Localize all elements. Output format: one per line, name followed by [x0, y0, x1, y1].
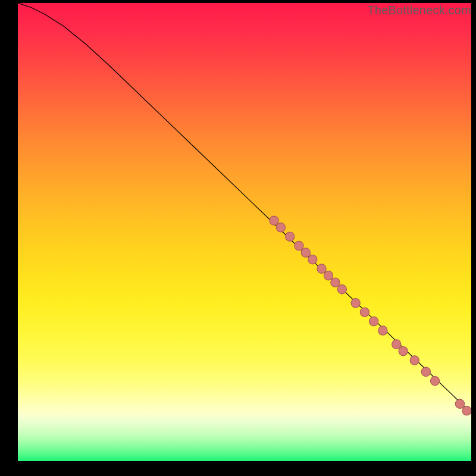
data-point — [421, 367, 430, 376]
data-point — [295, 241, 303, 250]
chart-stage: TheBottleneck.com — [0, 0, 476, 476]
attribution-text: TheBottleneck.com — [367, 4, 471, 17]
data-point — [455, 399, 464, 408]
data-point — [317, 264, 326, 273]
data-point — [301, 248, 310, 257]
data-point — [399, 347, 408, 356]
data-point — [276, 223, 285, 232]
bottom-frame — [18, 461, 471, 476]
data-point — [351, 299, 360, 308]
data-point — [270, 216, 278, 225]
data-point — [308, 255, 317, 264]
plot-area — [18, 3, 471, 461]
data-point — [410, 356, 419, 365]
data-point — [369, 317, 378, 325]
data-point — [462, 406, 471, 415]
data-point — [331, 278, 340, 287]
data-point — [360, 308, 369, 317]
data-points-group — [270, 216, 471, 415]
data-point — [324, 271, 333, 280]
data-point — [337, 285, 346, 294]
data-point — [392, 340, 401, 349]
data-point — [286, 232, 295, 241]
data-point — [378, 326, 387, 335]
data-point — [430, 377, 439, 386]
curve-svg — [18, 3, 471, 461]
